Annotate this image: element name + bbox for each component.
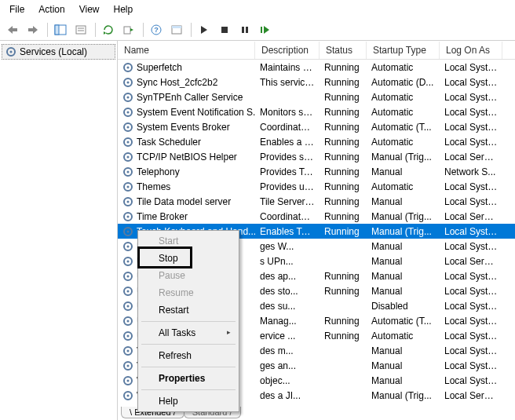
svg-rect-6 (76, 26, 86, 34)
service-logon: Local Syste... (440, 92, 502, 103)
service-desc: des a JI... (255, 390, 320, 401)
service-desc: Tile Server f... (255, 196, 320, 207)
svg-point-27 (127, 81, 130, 83)
service-logon: Local Syste... (440, 226, 502, 237)
service-status: Running (320, 62, 367, 73)
context-start: Start (140, 232, 237, 250)
svg-rect-10 (124, 27, 130, 34)
console-button[interactable] (167, 21, 186, 38)
service-startup: Automatic (367, 62, 440, 73)
help-button[interactable]: ? (147, 21, 166, 38)
context-help[interactable]: Help (140, 393, 237, 410)
service-row[interactable]: SuperfetchMaintains a...RunningAutomatic… (118, 60, 515, 75)
stop-service-button[interactable] (215, 21, 234, 38)
context-all-tasks[interactable]: All Tasks▸ (140, 324, 237, 341)
service-desc: des sto... (255, 286, 320, 297)
service-desc: Provides su... (255, 152, 320, 163)
col-log-on-as[interactable]: Log On As (440, 42, 502, 59)
svg-marker-2 (33, 26, 38, 34)
service-row[interactable]: Sync Host_2cfc2b2This service ...Running… (118, 75, 515, 89)
svg-point-29 (127, 96, 130, 98)
service-status: Running (320, 152, 367, 163)
gear-icon (122, 166, 133, 177)
service-name: SynTPEnh Caller Service (137, 92, 243, 103)
service-row[interactable]: ThemesProvides us...RunningAutomaticLoca… (118, 179, 515, 194)
show-hide-tree-button[interactable] (51, 21, 70, 38)
col-name[interactable]: Name (118, 42, 255, 59)
col-description[interactable]: Description (255, 42, 320, 59)
service-logon: Local Syste... (440, 375, 502, 386)
service-status: Running (320, 122, 367, 133)
gear-icon (5, 46, 16, 57)
context-pause: Pause (140, 267, 237, 284)
service-logon: Local Syste... (440, 107, 502, 118)
service-logon: Local Service (440, 390, 502, 401)
svg-marker-9 (104, 31, 106, 35)
svg-point-43 (127, 200, 130, 203)
back-button[interactable] (3, 21, 22, 38)
gear-icon (122, 226, 133, 237)
service-name: Sync Host_2cfc2b2 (137, 77, 217, 88)
tree-node-services-local[interactable]: Services (Local) (2, 44, 115, 60)
context-restart[interactable]: Restart (140, 301, 237, 319)
forward-button[interactable] (24, 21, 42, 38)
gear-icon (122, 390, 133, 401)
service-startup: Manual (367, 271, 440, 282)
service-row[interactable]: SynTPEnh Caller ServiceRunningAutomaticL… (118, 89, 515, 104)
svg-point-45 (127, 215, 130, 217)
service-startup: Disabled (367, 301, 440, 312)
service-startup: Automatic (367, 92, 440, 103)
menu-help[interactable]: Help (108, 2, 140, 16)
service-startup: Manual (367, 241, 440, 252)
service-logon: Local Syste... (440, 181, 502, 192)
service-row[interactable]: Time BrokerCoordinates...RunningManual (… (118, 209, 515, 224)
service-status: Running (320, 77, 367, 88)
service-desc: Coordinates... (255, 122, 320, 133)
start-service-button[interactable] (195, 21, 214, 38)
service-status: Running (320, 316, 367, 327)
service-logon: Local Syste... (440, 271, 502, 282)
gear-icon (122, 271, 133, 282)
service-startup: Manual (367, 375, 440, 386)
context-properties[interactable]: Properties (140, 370, 237, 387)
context-stop[interactable]: Stop (140, 250, 237, 267)
svg-point-67 (127, 379, 130, 382)
service-row[interactable]: System Event Notification S...Monitors s… (118, 104, 515, 119)
service-row[interactable]: TCP/IP NetBIOS HelperProvides su...Runni… (118, 149, 515, 164)
service-logon: Local Syste... (440, 241, 502, 252)
gear-icon (122, 256, 133, 267)
column-headers: Name Description Status Startup Type Log… (118, 41, 515, 60)
menu-action[interactable]: Action (32, 2, 71, 16)
svg-rect-15 (172, 26, 181, 28)
service-status: Running (320, 211, 367, 222)
service-row[interactable]: Tile Data model serverTile Server f...Ru… (118, 194, 515, 209)
col-startup-type[interactable]: Startup Type (367, 42, 440, 59)
export-button[interactable] (119, 21, 138, 38)
service-logon: Local Syste... (440, 316, 502, 327)
service-startup: Manual (367, 196, 440, 207)
refresh-button[interactable] (99, 21, 118, 38)
properties-button[interactable] (71, 21, 90, 38)
svg-point-57 (127, 305, 130, 307)
col-status[interactable]: Status (320, 42, 367, 59)
service-desc: ervice ... (255, 331, 320, 341)
context-refresh[interactable]: Refresh (140, 347, 237, 364)
svg-rect-19 (246, 27, 248, 33)
pause-service-button[interactable] (236, 21, 254, 38)
service-startup: Automatic (367, 137, 440, 148)
svg-point-37 (127, 155, 130, 158)
service-status: Running (320, 92, 367, 103)
service-desc: des su... (255, 301, 320, 312)
svg-rect-20 (261, 27, 262, 33)
service-startup: Manual (367, 166, 440, 177)
service-desc: des ap... (255, 271, 320, 282)
restart-service-button[interactable] (256, 21, 275, 38)
service-logon: Local Syste... (440, 137, 502, 148)
svg-rect-17 (221, 27, 228, 33)
menu-view[interactable]: View (73, 2, 106, 16)
service-row[interactable]: Task SchedulerEnables a us...RunningAuto… (118, 134, 515, 149)
service-row[interactable]: System Events BrokerCoordinates...Runnin… (118, 119, 515, 134)
service-logon: Local Syste... (440, 196, 502, 207)
menu-file[interactable]: File (3, 2, 31, 16)
service-row[interactable]: TelephonyProvides Tel...RunningManualNet… (118, 164, 515, 179)
